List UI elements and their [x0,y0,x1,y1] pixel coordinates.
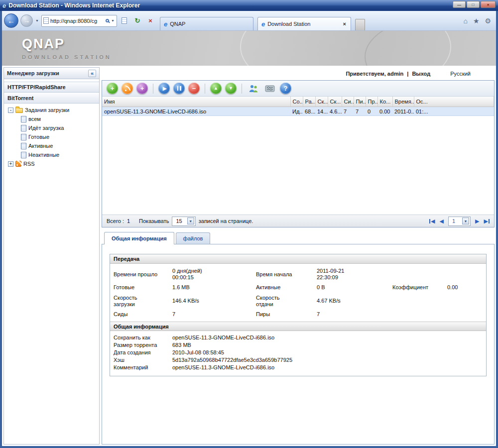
column-header-remaining[interactable]: Ос... [414,97,494,107]
close-button[interactable]: × [481,1,496,8]
language-selector[interactable]: Русский [450,71,471,77]
cell-ratio: 0.00 [377,107,392,116]
help-button[interactable]: ? [280,83,291,94]
first-page-button[interactable]: ◀ [429,218,435,224]
home-icon[interactable]: ⌂ [463,17,467,25]
tab-label: Download Station [267,21,339,27]
priority-down-button[interactable]: ▼ [225,83,237,94]
tree-expand-icon[interactable]: + [8,161,13,167]
page-icon [43,17,49,24]
field-label: Пиры [256,311,317,318]
field-label: Коэффициент [392,284,447,291]
logout-link[interactable]: Выход [412,71,430,77]
prev-page-button[interactable]: ◀ [439,218,443,224]
pager: ◀ ◀ 1 ▼ ▶ ▶ [429,217,490,226]
next-page-button[interactable]: ▶ [475,218,479,224]
stop-button[interactable]: × [145,15,156,26]
download-toolbar: + + ▶ − ▲ ▼ [102,81,494,97]
maximize-button[interactable]: □ [467,1,480,8]
start-task-button[interactable]: ▶ [158,83,170,94]
last-page-button[interactable]: ▶ [484,218,490,224]
refresh-button[interactable]: ↻ [132,15,143,26]
title-bar: e Download Station - Windows Internet Ex… [0,0,498,11]
history-dropdown-icon[interactable]: ▼ [35,19,39,22]
settings-gear-icon[interactable]: ⚙ [485,17,491,25]
column-header-down-speed[interactable]: Ск... [315,97,328,107]
peers-icon [249,84,258,93]
remove-task-button[interactable]: − [188,83,200,94]
detail-panel: Передача Времени прошло 0 дня(дней) 00:0… [102,244,495,445]
sidebar-section-http-ftp-rapidshare[interactable]: HTTP/FTP/RapidShare [4,82,99,93]
table-row[interactable]: openSUSE-11.3-GNOME-LiveCD-i686.iso Ид..… [102,107,494,116]
tree-item-label: Идёт загрузка [28,125,64,131]
tree-item-all[interactable]: всем [5,114,98,123]
column-header-status[interactable]: Со... [290,97,303,107]
detail-tabs: Общая информация файлов [102,231,495,244]
list-icon [21,134,26,140]
column-header-priority[interactable]: Пр... [366,97,377,107]
total-label: Всего : [107,218,124,224]
column-header-peers[interactable]: Пи... [354,97,366,107]
minimize-button[interactable]: — [453,1,466,8]
chevron-down-icon[interactable]: ▼ [187,218,194,224]
settings-icon [265,85,275,93]
field-value: openSUSE-11.3-GNOME-LiveCD-i686.iso [172,364,483,370]
tree-node-download-tasks[interactable]: - Задания загрузки [5,106,98,114]
rss-icon [125,86,130,91]
peers-button[interactable] [247,83,260,94]
qnap-logo: QNAP [22,36,496,52]
column-header-ratio[interactable]: Ко... [377,97,392,107]
pause-task-button[interactable] [173,83,185,94]
tree-item-active[interactable]: Активные [5,141,98,150]
cell-priority: 0 [366,107,377,116]
address-bar[interactable]: http://qnap:8080/cg ▼ [41,15,117,27]
column-header-name[interactable]: Имя [102,97,290,107]
tab-qnap[interactable]: e QNAP [160,17,253,30]
tree-item-inactive[interactable]: Неактивные [5,150,98,159]
transfer-section-header: Передача [110,254,486,264]
page-size-select[interactable]: 15 ▼ [172,217,195,226]
collapse-sidebar-button[interactable]: « [88,70,96,77]
qnap-banner: QNAP DOWNLOAD STATION [2,31,496,66]
priority-up-button[interactable]: ▲ [210,83,222,94]
list-icon [21,125,26,131]
tree-item-completed[interactable]: Готовые [5,132,98,141]
chevron-down-icon[interactable]: ▼ [462,218,469,224]
back-button[interactable]: ← [4,13,18,28]
add-rss-feed-button[interactable] [122,83,133,94]
field-value: 683 MB [172,342,483,348]
tab-download-station[interactable]: e Download Station × [257,17,351,30]
sidebar-header: Менеджер загрузки « [4,68,99,79]
browser-navigation-bar: ← → ▼ http://qnap:8080/cg ▼ ↻ × e QNAP e… [2,11,496,31]
address-dropdown-icon[interactable]: ▼ [111,19,115,22]
welcome-text: Приветствуем, admin [346,71,403,77]
column-header-seeds[interactable]: Си... [342,97,354,107]
add-download-button[interactable]: + [107,83,118,94]
column-header-time[interactable]: Время... [392,97,414,107]
window-controls: — □ × [453,1,496,8]
tab-files[interactable]: файлов [176,232,211,244]
favorites-icon[interactable]: ★ [473,17,480,25]
add-url-button[interactable]: + [136,83,148,94]
field-label: Времени прошло [114,271,172,278]
toolbar-separator [205,84,205,94]
bar-icon [429,219,430,224]
tree-node-rss[interactable]: + RSS [5,159,98,168]
column-header-up-speed[interactable]: Ск... [328,97,342,107]
forward-button[interactable]: → [20,14,33,27]
new-tab-button[interactable] [355,19,365,30]
field-label: Комментарий [114,364,172,370]
address-text[interactable]: http://qnap:8080/cg [50,18,104,24]
field-label: Время начала [256,271,317,278]
close-tab-icon[interactable]: × [342,21,347,27]
column-header-size[interactable]: Ра... [303,97,315,107]
tree-item-downloading[interactable]: Идёт загрузка [5,123,98,132]
sidebar-section-bittorrent[interactable]: BitTorrent [4,93,99,104]
settings-button[interactable] [263,83,276,94]
browser-tools: ⌂ ★ ⚙ [463,17,494,25]
page-icon [122,17,127,24]
compatibility-view-button[interactable] [119,15,130,26]
tab-general-info[interactable]: Общая информация [104,232,174,244]
tree-collapse-icon[interactable]: - [8,108,13,113]
page-number-input[interactable]: 1 ▼ [448,217,471,226]
